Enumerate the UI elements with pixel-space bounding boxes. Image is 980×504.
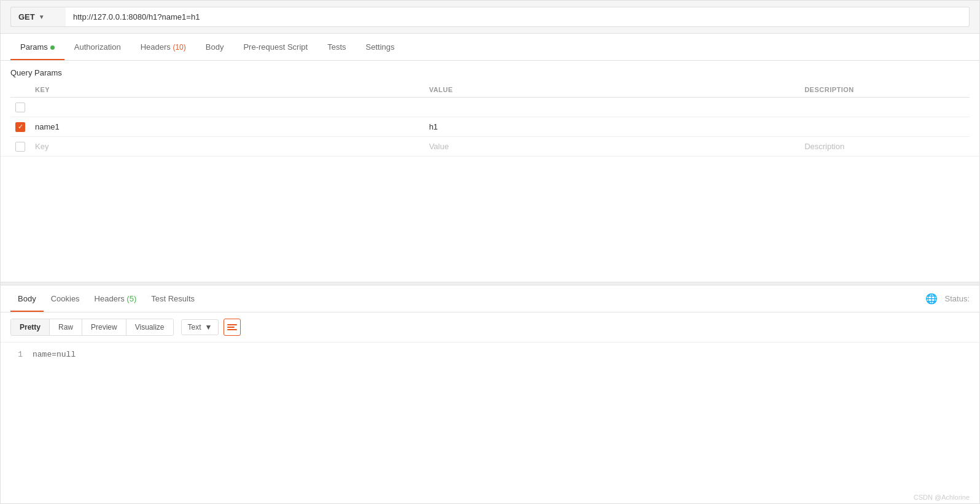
method-select[interactable]: GET ▼: [10, 7, 66, 27]
col-header-key: KEY: [30, 82, 424, 98]
params-dot: [50, 45, 55, 50]
row3-check-cell: [10, 137, 30, 157]
response-tabs-bar: Body Cookies Headers (5) Test Results 🌐 …: [1, 285, 979, 312]
row2-checkbox[interactable]: [15, 122, 25, 132]
row2-desc-cell: [799, 117, 970, 137]
row1-value-cell: [424, 98, 799, 117]
format-type-select[interactable]: Text ▼: [181, 319, 219, 335]
response-line: 1 name=null: [10, 350, 970, 359]
tab-params[interactable]: Params: [10, 34, 64, 60]
line-content-1: name=null: [33, 350, 76, 359]
tab-body[interactable]: Body: [196, 34, 234, 60]
row1-key-input[interactable]: [35, 101, 419, 113]
query-params-title: Query Params: [10, 68, 970, 77]
request-tabs: Params Authorization Headers (10) Body P…: [1, 34, 979, 61]
format-toolbar: Pretty Raw Preview Visualize Text ▼: [1, 312, 979, 343]
table-row: [10, 137, 970, 157]
response-tab-test-results[interactable]: Test Results: [144, 285, 202, 312]
col-header-description: DESCRIPTION: [799, 82, 970, 98]
wrap-line-1: [227, 324, 237, 325]
response-body: 1 name=null: [1, 343, 979, 366]
row3-checkbox[interactable]: [15, 142, 25, 152]
tab-headers[interactable]: Headers (10): [131, 34, 196, 60]
row2-key-cell: [30, 117, 424, 137]
params-section: Query Params KEY VALUE DESCRIPTION: [1, 61, 979, 157]
footer-text: CSDN @Achlorine: [914, 494, 970, 501]
row2-value-cell: [424, 117, 799, 137]
row2-key-input[interactable]: [35, 121, 419, 133]
format-type-chevron: ▼: [205, 323, 212, 331]
row3-desc-cell: [799, 137, 970, 157]
row3-desc-input[interactable]: [804, 141, 965, 152]
wrap-lines-icon: [227, 324, 237, 330]
tab-pre-request-script[interactable]: Pre-request Script: [233, 34, 317, 60]
response-tab-headers[interactable]: Headers (5): [87, 285, 144, 312]
method-chevron: ▼: [39, 14, 45, 20]
status-text: Status:: [945, 294, 970, 303]
table-row: [10, 98, 970, 117]
headers-badge: (10): [173, 43, 185, 52]
format-btn-pretty[interactable]: Pretty: [11, 319, 50, 335]
tab-settings[interactable]: Settings: [356, 34, 405, 60]
footer: CSDN @Achlorine: [1, 491, 979, 503]
row1-desc-input[interactable]: [804, 101, 965, 113]
row1-checkbox[interactable]: [15, 103, 25, 112]
status-bar: 🌐 Status:: [925, 293, 970, 304]
col-header-check: [10, 82, 30, 98]
format-btn-group: Pretty Raw Preview Visualize: [10, 319, 174, 336]
format-btn-preview[interactable]: Preview: [82, 319, 126, 335]
row2-desc-input[interactable]: [804, 121, 965, 133]
row1-key-cell: [30, 98, 424, 117]
method-label: GET: [18, 12, 35, 21]
table-row: [10, 117, 970, 137]
response-tab-cookies[interactable]: Cookies: [44, 285, 87, 312]
format-btn-raw[interactable]: Raw: [50, 319, 82, 335]
row3-value-input[interactable]: [429, 141, 795, 152]
wrap-line-2: [227, 327, 235, 328]
row3-key-cell: [30, 137, 424, 157]
row1-check-cell: [10, 98, 30, 117]
row3-key-input[interactable]: [35, 141, 419, 152]
row2-value-input[interactable]: [429, 121, 795, 133]
row3-value-cell: [424, 137, 799, 157]
tab-authorization[interactable]: Authorization: [64, 34, 131, 60]
row2-check-cell: [10, 117, 30, 137]
row1-desc-cell: [799, 98, 970, 117]
wrap-lines-button[interactable]: [224, 319, 241, 336]
response-section: Body Cookies Headers (5) Test Results 🌐 …: [1, 285, 979, 492]
row1-value-input[interactable]: [429, 101, 795, 113]
line-number-1: 1: [10, 350, 23, 359]
response-tab-body[interactable]: Body: [10, 285, 44, 312]
url-bar: GET ▼: [1, 1, 979, 34]
col-header-value: VALUE: [424, 82, 799, 98]
url-input[interactable]: [66, 7, 970, 27]
response-headers-badge: (5): [126, 294, 136, 303]
globe-icon: 🌐: [925, 293, 938, 304]
format-type-label: Text: [188, 323, 201, 331]
tab-tests[interactable]: Tests: [317, 34, 356, 60]
params-table: KEY VALUE DESCRIPTION: [10, 82, 970, 156]
format-btn-visualize[interactable]: Visualize: [126, 319, 173, 335]
wrap-line-3: [227, 329, 237, 330]
